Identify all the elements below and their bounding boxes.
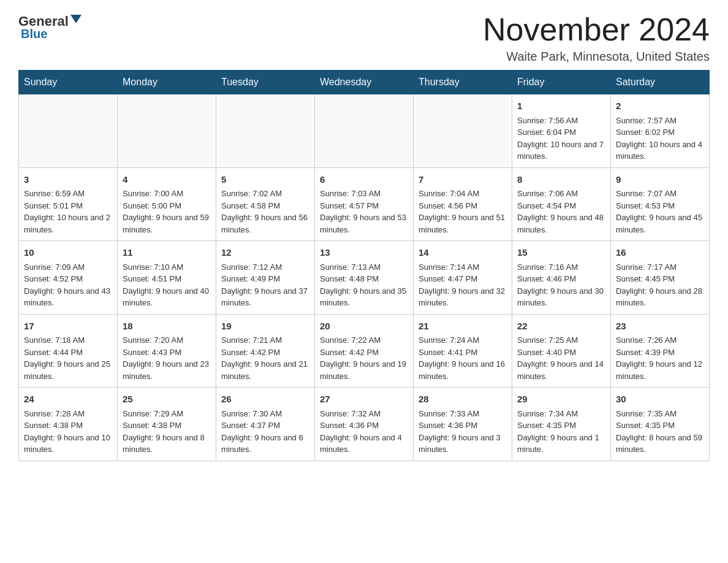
calendar-cell: 7Sunrise: 7:04 AM Sunset: 4:56 PM Daylig…	[414, 167, 512, 241]
calendar-cell: 11Sunrise: 7:10 AM Sunset: 4:51 PM Dayli…	[118, 241, 216, 315]
day-info: Sunrise: 7:28 AM Sunset: 4:38 PM Dayligh…	[24, 408, 112, 456]
day-number: 10	[24, 246, 112, 260]
calendar-cell: 5Sunrise: 7:02 AM Sunset: 4:58 PM Daylig…	[216, 167, 315, 241]
day-number: 22	[517, 320, 605, 334]
day-number: 18	[123, 320, 211, 334]
day-number: 30	[616, 393, 704, 407]
day-info: Sunrise: 7:14 AM Sunset: 4:47 PM Dayligh…	[419, 261, 507, 309]
calendar-cell: 4Sunrise: 7:00 AM Sunset: 5:00 PM Daylig…	[118, 167, 216, 241]
logo: General Blue	[18, 12, 83, 41]
day-number: 15	[517, 246, 605, 260]
day-info: Sunrise: 7:06 AM Sunset: 4:54 PM Dayligh…	[517, 188, 605, 236]
day-number: 2	[616, 99, 704, 113]
day-info: Sunrise: 7:32 AM Sunset: 4:36 PM Dayligh…	[320, 408, 408, 456]
day-info: Sunrise: 7:26 AM Sunset: 4:39 PM Dayligh…	[616, 334, 704, 382]
calendar-cell: 8Sunrise: 7:06 AM Sunset: 4:54 PM Daylig…	[512, 167, 611, 241]
title-section: November 2024 Waite Park, Minnesota, Uni…	[483, 12, 710, 64]
day-number: 14	[419, 246, 507, 260]
day-info: Sunrise: 7:09 AM Sunset: 4:52 PM Dayligh…	[24, 261, 112, 309]
day-info: Sunrise: 7:24 AM Sunset: 4:41 PM Dayligh…	[419, 334, 507, 382]
calendar-cell: 10Sunrise: 7:09 AM Sunset: 4:52 PM Dayli…	[19, 241, 118, 315]
day-info: Sunrise: 7:30 AM Sunset: 4:37 PM Dayligh…	[221, 408, 309, 456]
day-number: 16	[616, 246, 704, 260]
calendar-header-monday: Monday	[118, 71, 216, 94]
calendar-cell: 21Sunrise: 7:24 AM Sunset: 4:41 PM Dayli…	[414, 314, 512, 388]
day-info: Sunrise: 7:33 AM Sunset: 4:36 PM Dayligh…	[419, 408, 507, 456]
day-info: Sunrise: 7:21 AM Sunset: 4:42 PM Dayligh…	[221, 334, 309, 382]
day-info: Sunrise: 7:20 AM Sunset: 4:43 PM Dayligh…	[123, 334, 211, 382]
calendar-header-row: SundayMondayTuesdayWednesdayThursdayFrid…	[19, 71, 710, 94]
calendar-week-5: 24Sunrise: 7:28 AM Sunset: 4:38 PM Dayli…	[19, 388, 710, 461]
calendar-cell: 27Sunrise: 7:32 AM Sunset: 4:36 PM Dayli…	[315, 388, 414, 461]
calendar-cell: 1Sunrise: 7:56 AM Sunset: 6:04 PM Daylig…	[512, 94, 611, 168]
calendar-cell: 18Sunrise: 7:20 AM Sunset: 4:43 PM Dayli…	[118, 314, 216, 388]
day-info: Sunrise: 7:02 AM Sunset: 4:58 PM Dayligh…	[221, 188, 309, 236]
day-info: Sunrise: 7:35 AM Sunset: 4:35 PM Dayligh…	[616, 408, 704, 456]
calendar-cell: 19Sunrise: 7:21 AM Sunset: 4:42 PM Dayli…	[216, 314, 315, 388]
calendar-cell: 9Sunrise: 7:07 AM Sunset: 4:53 PM Daylig…	[611, 167, 710, 241]
day-info: Sunrise: 7:10 AM Sunset: 4:51 PM Dayligh…	[123, 261, 211, 309]
calendar-cell	[216, 94, 315, 168]
location-text: Waite Park, Minnesota, United States	[483, 50, 710, 64]
calendar-header-tuesday: Tuesday	[216, 71, 315, 94]
day-number: 13	[320, 246, 408, 260]
day-info: Sunrise: 7:57 AM Sunset: 6:02 PM Dayligh…	[616, 115, 704, 163]
calendar-cell: 28Sunrise: 7:33 AM Sunset: 4:36 PM Dayli…	[414, 388, 512, 461]
calendar-cell: 22Sunrise: 7:25 AM Sunset: 4:40 PM Dayli…	[512, 314, 611, 388]
day-number: 5	[221, 173, 309, 187]
day-info: Sunrise: 7:16 AM Sunset: 4:46 PM Dayligh…	[517, 261, 605, 309]
day-info: Sunrise: 7:29 AM Sunset: 4:38 PM Dayligh…	[123, 408, 211, 456]
day-info: Sunrise: 7:12 AM Sunset: 4:49 PM Dayligh…	[221, 261, 309, 309]
day-info: Sunrise: 7:17 AM Sunset: 4:45 PM Dayligh…	[616, 261, 704, 309]
calendar-cell: 23Sunrise: 7:26 AM Sunset: 4:39 PM Dayli…	[611, 314, 710, 388]
day-number: 6	[320, 173, 408, 187]
calendar-cell: 20Sunrise: 7:22 AM Sunset: 4:42 PM Dayli…	[315, 314, 414, 388]
day-number: 28	[419, 393, 507, 407]
calendar-cell: 14Sunrise: 7:14 AM Sunset: 4:47 PM Dayli…	[414, 241, 512, 315]
month-title: November 2024	[483, 12, 710, 47]
day-info: Sunrise: 7:22 AM Sunset: 4:42 PM Dayligh…	[320, 334, 408, 382]
calendar-header-friday: Friday	[512, 71, 611, 94]
day-info: Sunrise: 7:04 AM Sunset: 4:56 PM Dayligh…	[419, 188, 507, 236]
logo-arrow-icon	[69, 12, 83, 26]
day-number: 24	[24, 393, 112, 407]
calendar-header-saturday: Saturday	[611, 71, 710, 94]
day-info: Sunrise: 7:03 AM Sunset: 4:57 PM Dayligh…	[320, 188, 408, 236]
calendar-week-1: 1Sunrise: 7:56 AM Sunset: 6:04 PM Daylig…	[19, 94, 710, 168]
day-number: 23	[616, 320, 704, 334]
day-info: Sunrise: 7:07 AM Sunset: 4:53 PM Dayligh…	[616, 188, 704, 236]
calendar-cell: 3Sunrise: 6:59 AM Sunset: 5:01 PM Daylig…	[19, 167, 118, 241]
day-number: 1	[517, 99, 605, 113]
day-number: 12	[221, 246, 309, 260]
calendar-cell: 16Sunrise: 7:17 AM Sunset: 4:45 PM Dayli…	[611, 241, 710, 315]
calendar-header-wednesday: Wednesday	[315, 71, 414, 94]
calendar-cell: 30Sunrise: 7:35 AM Sunset: 4:35 PM Dayli…	[611, 388, 710, 461]
calendar-cell: 6Sunrise: 7:03 AM Sunset: 4:57 PM Daylig…	[315, 167, 414, 241]
calendar-cell	[315, 94, 414, 168]
day-number: 19	[221, 320, 309, 334]
day-number: 3	[24, 173, 112, 187]
page-header: General Blue November 2024 Waite Park, M…	[18, 12, 710, 64]
calendar-table: SundayMondayTuesdayWednesdayThursdayFrid…	[18, 70, 710, 461]
calendar-header-thursday: Thursday	[414, 71, 512, 94]
calendar-cell: 2Sunrise: 7:57 AM Sunset: 6:02 PM Daylig…	[611, 94, 710, 168]
day-info: Sunrise: 7:00 AM Sunset: 5:00 PM Dayligh…	[123, 188, 211, 236]
calendar-cell	[414, 94, 512, 168]
svg-marker-0	[70, 15, 82, 23]
day-info: Sunrise: 6:59 AM Sunset: 5:01 PM Dayligh…	[24, 188, 112, 236]
calendar-cell: 29Sunrise: 7:34 AM Sunset: 4:35 PM Dayli…	[512, 388, 611, 461]
calendar-cell: 17Sunrise: 7:18 AM Sunset: 4:44 PM Dayli…	[19, 314, 118, 388]
calendar-cell	[118, 94, 216, 168]
calendar-cell: 26Sunrise: 7:30 AM Sunset: 4:37 PM Dayli…	[216, 388, 315, 461]
day-number: 17	[24, 320, 112, 334]
calendar-week-4: 17Sunrise: 7:18 AM Sunset: 4:44 PM Dayli…	[19, 314, 710, 388]
day-number: 27	[320, 393, 408, 407]
day-number: 29	[517, 393, 605, 407]
logo-blue-text: Blue	[18, 27, 47, 41]
day-info: Sunrise: 7:34 AM Sunset: 4:35 PM Dayligh…	[517, 408, 605, 456]
calendar-cell: 12Sunrise: 7:12 AM Sunset: 4:49 PM Dayli…	[216, 241, 315, 315]
day-info: Sunrise: 7:18 AM Sunset: 4:44 PM Dayligh…	[24, 334, 112, 382]
calendar-cell: 15Sunrise: 7:16 AM Sunset: 4:46 PM Dayli…	[512, 241, 611, 315]
day-info: Sunrise: 7:13 AM Sunset: 4:48 PM Dayligh…	[320, 261, 408, 309]
day-number: 7	[419, 173, 507, 187]
